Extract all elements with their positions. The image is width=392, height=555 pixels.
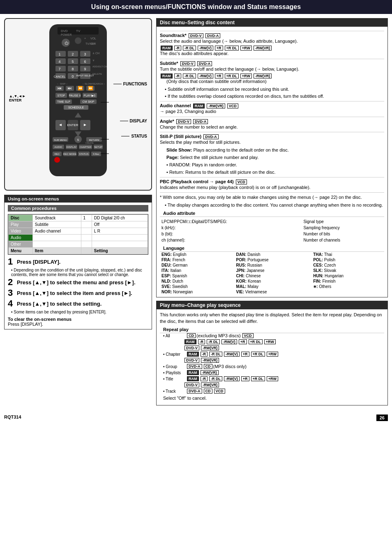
repeat-all-line2: RAM -R -R DL -RW(V) +R +R DL +RW [160, 339, 384, 344]
svg-text:REC: REC [55, 153, 60, 155]
remote-svg: DVD POWER TV ⏻ + VOL TV/VCR CH 1 [37, 22, 119, 178]
osd-table: Disc Soundtrack 1 DD Digital 2/0 ch Play… [8, 214, 148, 254]
repeat-all-line3: DVD-V -RW(VR) [160, 345, 384, 350]
svg-text:∧ CH: ∧ CH [92, 52, 99, 55]
svg-text:CANCEL: CANCEL [54, 75, 66, 78]
svg-text:DISPLAY: DISPLAY [67, 146, 77, 148]
repeat-chapter-line2: DVD-V -RW(VR) [160, 358, 384, 363]
osd-row-other: Other [9, 241, 148, 248]
svg-point-93 [54, 157, 60, 163]
step-note: Depending on the condition of the unit (… [11, 268, 148, 277]
svg-text:CREATE: CREATE [85, 142, 94, 144]
svg-text:F.Rec: F.Rec [93, 153, 99, 155]
disc-menu-header: Disc menu–Setting disc content [157, 18, 387, 27]
divider-6 [160, 177, 384, 177]
left-column: DVD POWER TV ⏻ + VOL TV/VCR CH 1 [4, 18, 152, 409]
remote-container: DVD POWER TV ⏻ + VOL TV/VCR CH 1 [4, 18, 152, 191]
divider-4 [160, 117, 384, 117]
svg-text:3: 3 [84, 52, 86, 56]
svg-text:1: 1 [58, 52, 60, 56]
divider-7 [160, 192, 384, 193]
badge-dvda-1: DVD-A [205, 33, 221, 38]
svg-text:S: S [77, 138, 79, 142]
svg-text:POWER: POWER [61, 33, 71, 36]
clear-text: Press [DISPLAY]. [8, 322, 148, 327]
svg-text:SUB MENU: SUB MENU [54, 139, 67, 141]
badge-dvdv-1: DVD-V [189, 33, 203, 38]
svg-text:PLAY/▶S: PLAY/▶S [84, 94, 96, 97]
soundtrack-row: Soundtrack* DVD-V DVD-A Select the audio… [160, 33, 384, 57]
divider-3 [160, 101, 384, 101]
attr-row-4: ch (channel): Number of channels [160, 237, 384, 243]
lang-row-1: ENG: English DAN: Danish THA: Thai [160, 252, 384, 257]
audio-channel-row: Audio channel RAM -RW(VR) VCD → page 23,… [160, 103, 384, 115]
svg-text:⏮: ⏮ [58, 86, 62, 90]
divider-1 [160, 31, 384, 31]
svg-text:8: 8 [71, 67, 74, 71]
select-off: Select "Off" to cancel. [160, 395, 384, 401]
svg-text:DVD: DVD [61, 29, 68, 33]
lang-row-6: NLD: Dutch KOR: Korean FIN: Finnish [160, 279, 384, 284]
step4-note: Some items can be changed by pressing [E… [11, 310, 148, 314]
step-1: 1 Press [DISPLAY]. [8, 257, 148, 266]
play-menu-header: Play menu–Change play sequence [157, 301, 387, 309]
display-label: DISPLAY [120, 119, 147, 125]
svg-text:5: 5 [71, 60, 74, 64]
svg-text:CM SKIP: CM SKIP [83, 100, 95, 103]
svg-text:⏪: ⏪ [78, 85, 83, 91]
right-column: Disc menu–Setting disc content Soundtrac… [156, 18, 388, 409]
repeat-track: • Track DVD-A CD VCD [160, 389, 384, 394]
svg-text:DELETE: DELETE [92, 73, 102, 75]
svg-text:RETURN: RETURN [89, 139, 99, 141]
lang-row-4: ITA: Italian JPN: Japanese SLK: Slovak [160, 268, 384, 273]
remote-image: DVD POWER TV ⏻ + VOL TV/VCR CH 1 [8, 22, 148, 178]
step-4: 4 Press [▲,▼] to select the setting. [8, 299, 148, 308]
svg-text:SCHEDULE: SCHEDULE [68, 106, 84, 109]
repeat-title-line2: DVD-V -RW(VR) [160, 382, 384, 387]
pbc-row: PBC (Playback control → page 44) VCD Ind… [160, 179, 384, 191]
svg-text:VOL: VOL [90, 37, 96, 40]
svg-text:INPUT SELECT: INPUT SELECT [76, 74, 94, 77]
play-menu-desc: This function works only when the elapse… [160, 312, 384, 325]
svg-text:ADD/DLT CH: ADD/DLT CH [92, 65, 107, 68]
svg-text:CHAPTER: CHAPTER [80, 146, 92, 148]
repeat-group: • Group DVD-A CD (MP3 discs only) [160, 364, 384, 369]
language-header: Language [160, 245, 384, 252]
attr-row-3: b (bit): Number of bits [160, 231, 384, 237]
repeat-title: • Title RAM -R -R DL -RW(V) +R +R DL +RW [160, 376, 384, 381]
using-menus-header: Using on-screen menus [5, 195, 152, 203]
functions-label: FUNCTIONS [113, 82, 147, 88]
common-procedures-header: Common procedures [8, 205, 148, 212]
subtitle-badges: RAM -R -R DL -RW(V) +R +R DL +RW -RW(VR) [160, 74, 384, 78]
status-label: STATUS [121, 134, 147, 140]
using-menus-content: Common procedures Disc Soundtrack 1 DD D… [5, 203, 152, 329]
svg-text:←SLOW/SEARCH→: ←SLOW/SEARCH→ [82, 83, 105, 85]
step-2: 2 Press [▲,▼] to select the menu and pre… [8, 278, 148, 287]
doc-number: RQT314 [4, 415, 21, 421]
repeat-chapter: • Chapter RAM -R -R DL -RW(V) +R +R DL +… [160, 352, 384, 357]
play-menu-content: This function works only when the elapse… [157, 309, 387, 405]
osd-row-video: Video Audio channel L R [9, 228, 148, 235]
svg-text:⏭: ⏭ [68, 86, 72, 90]
svg-text:TV: TV [76, 29, 81, 33]
svg-point-6 [75, 37, 81, 44]
svg-text:2: 2 [71, 52, 74, 56]
footnote-1: * With some discs, you may only be able … [160, 194, 384, 200]
attr-row-1: LPCM/PPCM/□□Digital/DTS/MPEG: Signal typ… [160, 219, 384, 225]
lang-row-5: ESP: Spanish CHI: Chinese HUN: Hungarian [160, 273, 384, 279]
svg-text:+: + [84, 37, 86, 40]
disc-menu-content: Soundtrack* DVD-V DVD-A Select the audio… [157, 27, 387, 297]
audio-attr-table: LPCM/PPCM/□□Digital/DTS/MPEG: Signal typ… [160, 219, 384, 243]
osd-labels-row: Menu Item Setting [9, 248, 148, 254]
osd-row-audio: Audio [9, 235, 148, 241]
osd-row-disc: Disc Soundtrack 1 DD Digital 2/0 ch [9, 215, 148, 221]
osd-diagram: Disc Soundtrack 1 DD Digital 2/0 ch Play… [8, 214, 148, 255]
svg-text:STOP: STOP [58, 94, 65, 97]
svg-text:6: 6 [84, 60, 86, 64]
svg-text:►: ► [83, 122, 87, 127]
soundtrack-badges: RAM -R -R DL -RW(V) +R +R DL +RW -RW(VR) [160, 46, 384, 51]
audio-attr-header: Audio attribute [160, 210, 384, 217]
divider-2 [160, 59, 384, 59]
language-table: ENG: English DAN: Danish THA: Thai FRA: … [160, 252, 384, 295]
lang-row-8: NOR: Norwegian VIE: Vietnamese [160, 289, 384, 295]
